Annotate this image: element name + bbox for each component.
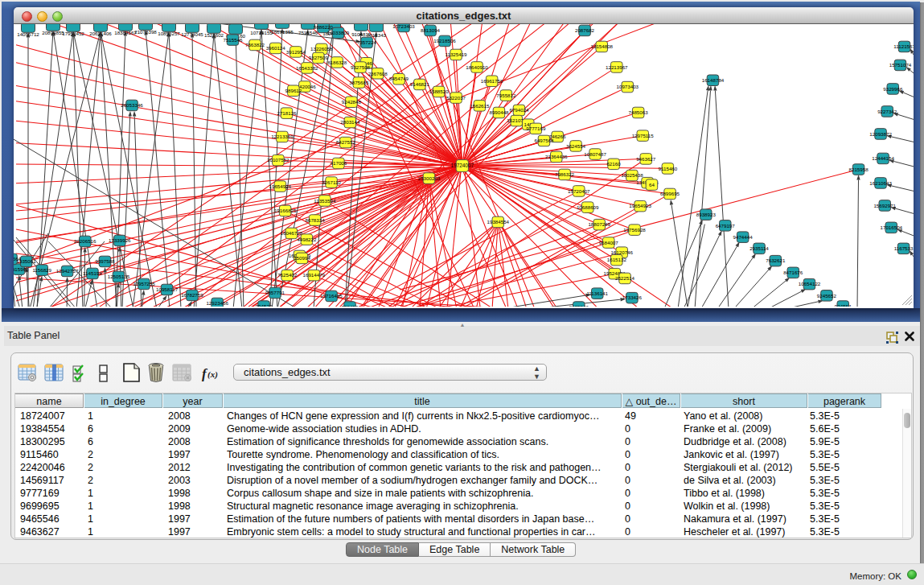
svg-text:10688609: 10688609 bbox=[577, 204, 599, 210]
svg-text:1145194: 1145194 bbox=[83, 270, 102, 276]
svg-text:8678334: 8678334 bbox=[306, 217, 326, 223]
svg-text:6497568: 6497568 bbox=[534, 138, 554, 143]
svg-text:9245652: 9245652 bbox=[817, 293, 837, 299]
svg-text:2935114: 2935114 bbox=[749, 245, 769, 251]
svg-text:7986322: 7986322 bbox=[555, 171, 575, 177]
svg-text:18640910: 18640910 bbox=[466, 64, 488, 70]
svg-text:9777169: 9777169 bbox=[526, 126, 546, 131]
svg-text:16961758: 16961758 bbox=[481, 78, 503, 84]
svg-text:12923466: 12923466 bbox=[206, 300, 228, 306]
svg-text:7632621: 7632621 bbox=[766, 257, 786, 263]
svg-text:12093872: 12093872 bbox=[869, 131, 892, 137]
svg-text:13226058: 13226058 bbox=[310, 46, 333, 51]
svg-text:4498222: 4498222 bbox=[297, 237, 317, 242]
svg-text:62160: 62160 bbox=[606, 161, 621, 167]
svg-text:15692971: 15692971 bbox=[873, 203, 896, 208]
svg-text:924564: 924564 bbox=[835, 303, 852, 307]
svg-text:8990448: 8990448 bbox=[489, 109, 509, 115]
svg-text:9463627: 9463627 bbox=[636, 156, 656, 162]
svg-text:15720407: 15720407 bbox=[568, 188, 590, 194]
svg-text:20894855: 20894855 bbox=[42, 30, 64, 35]
svg-text:9327508: 9327508 bbox=[351, 64, 371, 70]
svg-text:1562615: 1562615 bbox=[470, 103, 490, 109]
svg-text:19218506: 19218506 bbox=[433, 38, 456, 43]
svg-text:1733426: 1733426 bbox=[622, 295, 643, 300]
svg-text:9327509: 9327509 bbox=[309, 55, 329, 60]
svg-text:19166825: 19166825 bbox=[274, 208, 297, 213]
svg-text:9115460: 9115460 bbox=[659, 166, 678, 171]
svg-text:17953452: 17953452 bbox=[62, 31, 84, 36]
svg-text:10107552: 10107552 bbox=[267, 157, 290, 163]
svg-text:17339926: 17339926 bbox=[109, 237, 131, 243]
svg-text:15751074: 15751074 bbox=[889, 62, 912, 68]
svg-text:26053346: 26053346 bbox=[121, 102, 143, 108]
svg-text:7515546: 7515546 bbox=[223, 37, 243, 43]
svg-text:1527602: 1527602 bbox=[204, 32, 224, 38]
svg-text:1167533: 1167533 bbox=[894, 245, 914, 251]
svg-text:417006: 417006 bbox=[331, 160, 347, 166]
svg-text:15716485: 15716485 bbox=[320, 293, 343, 299]
svg-text:9313564: 9313564 bbox=[14, 256, 22, 262]
svg-text:16782759: 16782759 bbox=[181, 292, 203, 298]
svg-text:12213967: 12213967 bbox=[606, 64, 628, 70]
svg-text:16210643: 16210643 bbox=[869, 180, 892, 186]
svg-text:14055712: 14055712 bbox=[17, 31, 39, 37]
svg-text:10853257: 10853257 bbox=[158, 31, 180, 36]
svg-text:9857791: 9857791 bbox=[265, 290, 285, 295]
svg-text:8454749: 8454749 bbox=[389, 76, 409, 81]
svg-text:18807249: 18807249 bbox=[588, 221, 610, 227]
svg-text:16914479: 16914479 bbox=[303, 272, 326, 278]
svg-text:25300203: 25300203 bbox=[418, 175, 441, 181]
svg-text:992450: 992450 bbox=[342, 304, 359, 307]
svg-text:9227342: 9227342 bbox=[877, 109, 897, 114]
svg-text:8186328: 8186328 bbox=[327, 60, 347, 65]
svg-text:9397588: 9397588 bbox=[95, 258, 115, 264]
svg-text:150994: 150994 bbox=[294, 255, 310, 261]
svg-text:16120746: 16120746 bbox=[610, 249, 633, 255]
svg-text:17957255: 17957255 bbox=[133, 281, 155, 286]
svg-text:3267110: 3267110 bbox=[322, 179, 341, 185]
svg-text:7663822: 7663822 bbox=[245, 42, 265, 47]
svg-text:8215958: 8215958 bbox=[849, 167, 869, 172]
svg-text:11325419: 11325419 bbox=[445, 51, 467, 57]
svg-text:17016504: 17016504 bbox=[881, 225, 903, 230]
svg-text:12505135: 12505135 bbox=[108, 274, 130, 279]
svg-text:21078398: 21078398 bbox=[134, 29, 157, 35]
svg-text:10958117: 10958117 bbox=[156, 286, 179, 292]
svg-text:11136141: 11136141 bbox=[586, 290, 608, 296]
svg-text:12444154: 12444154 bbox=[872, 155, 894, 161]
svg-text:8471676: 8471676 bbox=[783, 270, 803, 275]
svg-text:2803144: 2803144 bbox=[340, 119, 360, 125]
svg-text:7485063: 7485063 bbox=[629, 109, 649, 115]
svg-text:9329966: 9329966 bbox=[883, 86, 903, 92]
svg-text:8938923: 8938923 bbox=[696, 212, 717, 217]
svg-text:11121567: 11121567 bbox=[893, 43, 914, 49]
svg-text:10154808: 10154808 bbox=[591, 43, 614, 49]
svg-text:8427552: 8427552 bbox=[336, 139, 356, 145]
svg-text:1156829: 1156829 bbox=[32, 267, 51, 273]
svg-text:19384554: 19384554 bbox=[487, 219, 510, 225]
svg-text:19654923: 19654923 bbox=[629, 203, 651, 208]
svg-text:20206516: 20206516 bbox=[74, 238, 97, 244]
svg-text:11353594: 11353594 bbox=[314, 198, 336, 204]
svg-text:6899695: 6899695 bbox=[660, 191, 680, 196]
svg-text:8813094: 8813094 bbox=[421, 27, 441, 33]
svg-text:12213369: 12213369 bbox=[271, 134, 294, 139]
svg-text:7955812: 7955812 bbox=[496, 93, 516, 98]
svg-text:8129246: 8129246 bbox=[569, 304, 589, 307]
svg-text:3875685: 3875685 bbox=[349, 80, 369, 85]
svg-text:(x): (x) bbox=[207, 369, 218, 380]
svg-text:18384567: 18384567 bbox=[114, 30, 137, 35]
svg-text:3960124: 3960124 bbox=[266, 45, 286, 51]
svg-text:10973403: 10973403 bbox=[617, 84, 639, 89]
svg-text:10025438: 10025438 bbox=[621, 172, 643, 178]
svg-text:12942757: 12942757 bbox=[56, 268, 79, 274]
svg-text:15723403: 15723403 bbox=[392, 24, 415, 29]
svg-text:10654122: 10654122 bbox=[799, 281, 821, 286]
svg-text:6479197: 6479197 bbox=[716, 223, 736, 229]
svg-text:12774045: 12774045 bbox=[181, 31, 203, 37]
svg-text:19654924: 19654924 bbox=[269, 183, 292, 189]
svg-text:19756928: 19756928 bbox=[623, 227, 646, 233]
svg-text:7357224: 7357224 bbox=[357, 39, 377, 45]
svg-text:12975115: 12975115 bbox=[632, 133, 655, 138]
